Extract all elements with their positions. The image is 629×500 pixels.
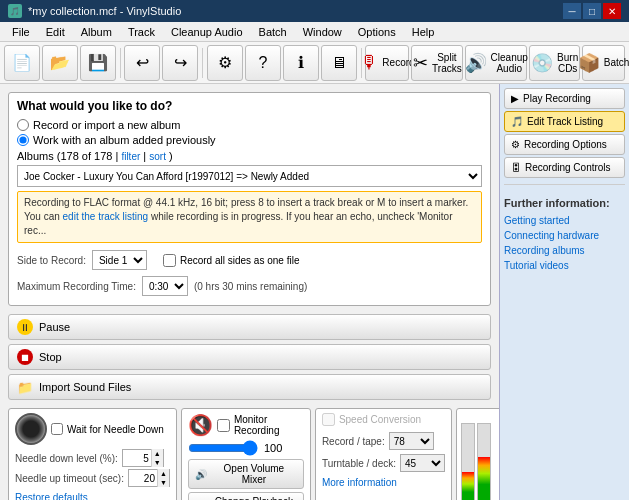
menu-file[interactable]: File	[4, 24, 38, 40]
turntable-select[interactable]: 334578	[400, 454, 445, 472]
wait-needle-label[interactable]: Wait for Needle Down	[51, 423, 164, 435]
menu-cleanup[interactable]: Cleanup Audio	[163, 24, 251, 40]
record-all-sides[interactable]: Record all sides as one file	[163, 254, 300, 267]
toolbar-redo[interactable]: ↪	[162, 45, 198, 81]
change-device-btn[interactable]: 🔌 Change Playback Device	[188, 492, 304, 500]
save-icon: 💾	[88, 53, 108, 72]
toolbar-new[interactable]: 📄	[4, 45, 40, 81]
vu-meters: 100 75 50 25 0	[461, 423, 499, 500]
recording-controls-btn[interactable]: 🎛 Recording Controls	[504, 157, 625, 178]
radio-new-input[interactable]	[17, 119, 29, 131]
edit-track-listing-btn[interactable]: 🎵 Edit Track Listing	[504, 111, 625, 132]
import-icon: 📁	[17, 380, 33, 395]
needle-timeout-down[interactable]: ▼	[158, 478, 169, 487]
edit-track-link[interactable]: edit the track listing	[63, 211, 149, 222]
app-icon: 🎵	[8, 4, 22, 18]
toolbar-monitor[interactable]: 🖥	[321, 45, 357, 81]
open-icon: 📂	[50, 53, 70, 72]
speed-check[interactable]	[322, 413, 335, 426]
album-select[interactable]: Joe Cocker - Luxury You Can Afford [r199…	[17, 165, 482, 187]
batch-label: Batch	[604, 57, 629, 68]
needle-level-label: Needle down level (%):	[15, 453, 118, 464]
pause-label: Pause	[39, 321, 70, 333]
sort-link[interactable]: sort	[149, 151, 166, 162]
radio-new-album[interactable]: Record or import a new album	[17, 119, 482, 131]
speaker-icon: 🔇	[188, 413, 213, 437]
record-tape-label: Record / tape:	[322, 436, 385, 447]
open-vol-label: Open Volume Mixer	[211, 463, 297, 485]
needle-level-spinner[interactable]: ▲ ▼	[122, 449, 164, 467]
toolbar-burn-cds[interactable]: 💿 Burn CDs	[529, 45, 580, 81]
toolbar-batch[interactable]: 📦 Batch	[582, 45, 625, 81]
tutorial-videos-link[interactable]: Tutorial videos	[504, 259, 625, 272]
vinyl-icon	[15, 413, 47, 445]
toolbar-cleanup-audio[interactable]: 🔊 Cleanup Audio	[465, 45, 527, 81]
what-to-do-card: What would you like to do? Record or imp…	[8, 92, 491, 306]
split-tracks-icon: ✂	[413, 52, 428, 74]
monitor-check[interactable]	[217, 419, 230, 432]
vu-top-value: 59	[461, 413, 499, 423]
restore-defaults-link[interactable]: Restore defaults	[15, 492, 88, 500]
needle-timeout-up[interactable]: ▲	[158, 469, 169, 478]
menu-album[interactable]: Album	[73, 24, 120, 40]
menu-edit[interactable]: Edit	[38, 24, 73, 40]
recording-options-btn[interactable]: ⚙ Recording Options	[504, 134, 625, 155]
redo-icon: ↪	[174, 53, 187, 72]
speed-label-row[interactable]: Speed Conversion	[322, 413, 445, 426]
play-recording-label: Play Recording	[523, 93, 591, 104]
needle-timeout-input[interactable]	[129, 470, 157, 486]
connecting-hardware-link[interactable]: Connecting hardware	[504, 229, 625, 242]
record-all-sides-check[interactable]	[163, 254, 176, 267]
volume-slider[interactable]	[188, 441, 258, 455]
menu-help[interactable]: Help	[404, 24, 443, 40]
needle-timeout-spinner[interactable]: ▲ ▼	[128, 469, 170, 487]
max-time-select[interactable]: 0:30 1:00	[142, 276, 188, 296]
menu-batch[interactable]: Batch	[251, 24, 295, 40]
menu-track[interactable]: Track	[120, 24, 163, 40]
max-time-label: Maximum Recording Time:	[17, 281, 136, 292]
volume-value: 100	[264, 442, 282, 454]
recording-albums-link[interactable]: Recording albums	[504, 244, 625, 257]
toolbar-save[interactable]: 💾	[80, 45, 116, 81]
record-tape-row: Record / tape: 334578	[322, 430, 445, 452]
needle-level-input[interactable]	[123, 450, 151, 466]
vu-meter-box: 59 100 75 50 25	[456, 408, 499, 500]
open-volume-btn[interactable]: 🔊 Open Volume Mixer	[188, 459, 304, 489]
titlebar: 🎵 *my collection.mcf - VinylStudio ─ □ ✕	[0, 0, 629, 22]
play-recording-btn[interactable]: ▶ Play Recording	[504, 88, 625, 109]
filter-link[interactable]: filter	[121, 151, 140, 162]
toolbar-open[interactable]: 📂	[42, 45, 78, 81]
vu-right-bar	[478, 457, 490, 500]
stop-button[interactable]: ⏹ Stop	[8, 344, 491, 370]
needle-level-up[interactable]: ▲	[152, 449, 163, 458]
needle-level-down[interactable]: ▼	[152, 458, 163, 467]
import-button[interactable]: 📁 Import Sound Files	[8, 374, 491, 400]
sidebar-separator	[504, 184, 625, 185]
toolbar-settings[interactable]: ⚙	[207, 45, 243, 81]
close-button[interactable]: ✕	[603, 3, 621, 19]
side-select[interactable]: Side 1 Side 2	[92, 250, 147, 270]
more-info-link[interactable]: More information	[322, 477, 397, 488]
maximize-button[interactable]: □	[583, 3, 601, 19]
minimize-button[interactable]: ─	[563, 3, 581, 19]
toolbar-help[interactable]: ?	[245, 45, 281, 81]
radio-existing-album[interactable]: Work with an album added previously	[17, 134, 482, 146]
radio-new-label: Record or import a new album	[33, 119, 180, 131]
menu-window[interactable]: Window	[295, 24, 350, 40]
toolbar-split-tracks[interactable]: ✂ Split Tracks	[411, 45, 463, 81]
radio-existing-label: Work with an album added previously	[33, 134, 216, 146]
monitor-recording-label[interactable]: 🔇 Monitor Recording	[188, 413, 304, 437]
radio-existing-input[interactable]	[17, 134, 29, 146]
menubar: File Edit Album Track Cleanup Audio Batc…	[0, 22, 629, 42]
record-tape-select[interactable]: 334578	[389, 432, 434, 450]
toolbar-record[interactable]: 🎙 Record	[365, 45, 409, 81]
side-label: Side to Record:	[17, 255, 86, 266]
toolbar-undo[interactable]: ↩	[124, 45, 160, 81]
menu-options[interactable]: Options	[350, 24, 404, 40]
pause-button[interactable]: ⏸ Pause	[8, 314, 491, 340]
vu-left-bar	[462, 472, 474, 500]
wait-needle-check[interactable]	[51, 423, 63, 435]
toolbar-info[interactable]: ℹ	[283, 45, 319, 81]
what-to-do-heading: What would you like to do?	[17, 99, 482, 113]
getting-started-link[interactable]: Getting started	[504, 214, 625, 227]
